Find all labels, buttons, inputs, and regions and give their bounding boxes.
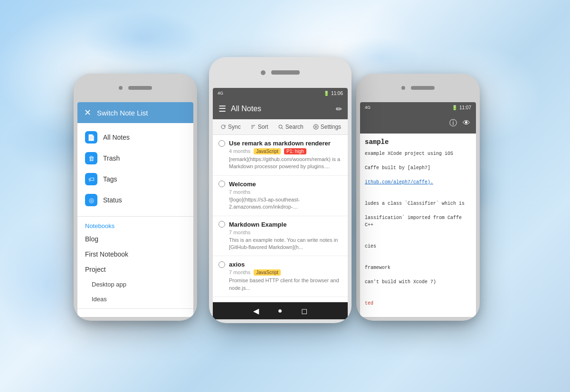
tag-p1-0: P1: high [284,148,306,154]
note-checkbox-2[interactable] [218,221,225,228]
phone-center-screen: 4G 🔋 11:06 ☰ All Notes ✏ Sync Sort [213,88,348,319]
notebooks-section-title: Notebooks [77,219,193,231]
note-meta-1: 7 months [218,189,342,195]
hamburger-icon[interactable]: ☰ [218,104,226,114]
nav-section-main: 📄 All Notes 🗑 Trash 🏷 Tags ◎ Status [77,123,193,214]
note-header-2: Markdown Example [218,221,342,228]
phone-center-top [209,57,352,88]
svg-point-5 [315,126,316,128]
phone-left-top [74,74,197,102]
note-item-0[interactable]: Use remark as markdown renderer 4 months… [213,135,348,176]
phone-right-top [356,74,480,102]
code-line-0: example XCode project using iOS [365,150,471,157]
sort-button[interactable]: Sort [247,122,271,132]
code-line-2: ithub.com/aleph7/caffe). [365,179,471,186]
nav-label-all-notes: All Notes [103,134,130,141]
home-nav-icon[interactable]: ● [278,306,283,315]
right-status-signal: 4G [365,105,370,110]
phones-container: ✕ Switch Note List 📄 All Notes 🗑 Trash 🏷… [0,0,570,392]
note-header-0: Use remark as markdown renderer [218,140,342,147]
preview-icon[interactable]: 👁 [463,119,470,127]
code-line-1: Caffe built by [aleph7] [365,164,471,172]
note-preview-0: [remark](https://github.com/wooorm/remar… [218,156,342,171]
all-notes-app-bar: ☰ All Notes ✏ [213,98,348,119]
add-notebook-button[interactable]: + Add N... [77,311,193,317]
recent-nav-icon[interactable]: ◻ [301,306,307,316]
nav-item-status[interactable]: ◎ Status [77,190,193,210]
status-bar-signal: 4G [218,91,223,96]
code-area: sample example XCode project using iOS C… [360,134,476,317]
phone-right-screen: 4G 🔋 11:07 ⓘ 👁 sample example XCode proj… [360,102,476,317]
notebook-blog[interactable]: Blog [77,231,193,247]
tag-javascript-3: JavaScript [254,269,281,276]
switch-note-list-title: Switch Note List [97,109,148,117]
note-checkbox-0[interactable] [218,140,225,147]
note-preview-2: This is an example note. You can write n… [218,237,342,251]
center-bottom-bar: ◀ ● ◻ [213,302,348,319]
code-line-7: cies [365,243,471,250]
code-line-10: can't build with Xcode 7) [365,278,471,286]
code-line-9: framework [365,264,471,271]
divider-1 [77,216,193,217]
nav-label-tags: Tags [103,175,117,183]
sort-label: Sort [258,124,268,130]
code-line-4: ludes a class `Classifier` which is [365,200,471,207]
status-bar-battery: 🔋 [323,91,329,96]
close-icon[interactable]: ✕ [84,108,91,117]
phone-left-camera [119,86,123,90]
notes-list[interactable]: Use remark as markdown renderer 4 months… [213,135,348,319]
app-bar-title: All Notes [231,105,331,113]
status-icon: ◎ [85,194,97,206]
sync-button[interactable]: Sync [218,122,244,132]
right-app-bar: ⓘ 👁 [360,113,476,134]
right-status-battery: 🔋 [452,105,457,110]
notebook-first[interactable]: First Notebook [77,247,193,262]
info-icon[interactable]: ⓘ [449,118,457,128]
note-checkbox-3[interactable] [218,261,225,268]
note-preview-1: ![logo](https://s3-ap-southeast-2.amazon… [218,196,342,211]
phone-left: ✕ Switch Note List 📄 All Notes 🗑 Trash 🏷… [74,74,197,321]
phone-right-speaker [411,86,435,90]
settings-label: Settings [321,124,341,130]
phone-center-camera [261,70,266,75]
nav-item-all-notes[interactable]: 📄 All Notes [77,127,193,148]
settings-button[interactable]: Settings [310,122,344,132]
note-title-3: axios [229,261,245,268]
trash-icon: 🗑 [85,152,97,164]
code-line-5: lassification` imported from Caffe C++ [365,214,471,229]
right-status-time: 11:07 [459,105,471,110]
search-button[interactable]: Search [275,122,306,132]
note-meta-0: 4 months JavaScript P1: high [218,148,342,154]
nav-item-trash[interactable]: 🗑 Trash [77,148,193,169]
note-item-2[interactable]: Markdown Example 7 months This is an exa… [213,216,348,257]
notebook-ideas[interactable]: Ideas [77,292,193,306]
nav-label-status: Status [103,196,122,204]
phone-right-camera [401,86,405,90]
notebook-desktop-app[interactable]: Desktop app [77,277,193,292]
divider-2 [77,308,193,309]
note-preview-3: Promise based HTTP client for the browse… [218,277,342,292]
svg-line-4 [282,128,283,129]
switch-note-list-header: ✕ Switch Note List [77,102,193,123]
note-title-1: Welcome [229,181,256,188]
back-nav-icon[interactable]: ◀ [253,306,259,316]
phone-right: 4G 🔋 11:07 ⓘ 👁 sample example XCode proj… [356,74,480,321]
note-header-1: Welcome [218,181,342,188]
note-header-3: axios [218,261,342,268]
tags-icon: 🏷 [85,173,97,185]
code-line-12: ted [365,300,471,307]
svg-point-3 [279,125,282,128]
note-item-1[interactable]: Welcome 7 months ![logo](https://s3-ap-s… [213,176,348,216]
note-item-3[interactable]: axios 7 months JavaScript Promise based … [213,256,348,297]
phone-left-screen: ✕ Switch Note List 📄 All Notes 🗑 Trash 🏷… [77,102,193,317]
status-bar-time: 11:06 [331,91,343,96]
note-checkbox-1[interactable] [218,181,225,187]
search-label: Search [285,124,304,130]
edit-icon[interactable]: ✏ [336,105,342,114]
phone-center-speaker [271,70,300,75]
notes-toolbar: Sync Sort Search Settings [213,119,348,135]
notebook-project[interactable]: Project [77,262,193,277]
nav-item-tags[interactable]: 🏷 Tags [77,169,193,190]
code-note-title: sample [365,137,471,147]
tag-javascript-0: JavaScript [254,148,281,154]
